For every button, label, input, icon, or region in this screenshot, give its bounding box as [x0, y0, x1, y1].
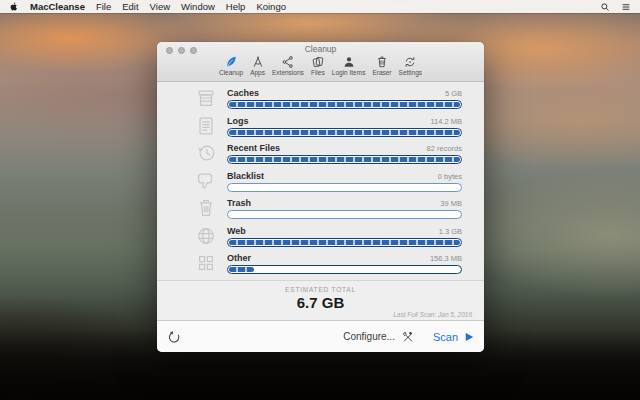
row-value: 0 bytes [438, 172, 462, 181]
row-progress-bar [227, 265, 462, 274]
app-menu-title[interactable]: MacCleanse [30, 1, 85, 12]
cleanup-row-other[interactable]: Other156.3 MB [157, 251, 484, 279]
window-toolbar: Cleanup CleanupAppsExtensionsFilesLogin … [157, 42, 484, 82]
row-progress-bar [227, 183, 462, 192]
row-value: 156.3 MB [430, 254, 462, 263]
thumbs-down-icon [195, 170, 217, 192]
row-value: 82 records [427, 144, 462, 153]
cleanup-row-trash[interactable]: Trash39 MB [157, 196, 484, 224]
window-footer: Configure... Scan [157, 320, 484, 352]
toolbar-item-cleanup[interactable]: Cleanup [219, 55, 243, 76]
estimated-total-value: 6.7 GB [157, 294, 484, 311]
toolbar-item-apps[interactable]: Apps [250, 55, 265, 76]
cleanup-category-list: Caches5 GBLogs114.2 MBRecent Files82 rec… [157, 86, 484, 279]
menu-item-view[interactable]: View [150, 1, 170, 12]
menu-list-icon[interactable] [621, 2, 631, 12]
estimated-total-label: ESTIMATED TOTAL [157, 281, 484, 293]
row-header: Logs114.2 MB [227, 114, 462, 126]
history-clock-icon [195, 142, 217, 164]
menu-items: FileEditViewWindowHelpKoingo [96, 1, 286, 12]
menu-bar-right [600, 2, 631, 12]
zoom-button[interactable] [190, 47, 197, 54]
row-progress-bar [227, 155, 462, 164]
toolbar-item-label: Cleanup [219, 69, 243, 76]
cleanup-row-logs[interactable]: Logs114.2 MB [157, 114, 484, 142]
row-label: Web [227, 226, 246, 236]
menu-item-edit[interactable]: Edit [122, 1, 138, 12]
row-header: Caches5 GB [227, 86, 462, 98]
row-header: Recent Files82 records [227, 141, 462, 153]
cleanup-row-recent-files[interactable]: Recent Files82 records [157, 141, 484, 169]
row-label: Trash [227, 198, 251, 208]
trash-can-icon [195, 197, 217, 219]
toolbar-item-label: Files [311, 69, 325, 76]
apple-menu-icon[interactable] [9, 1, 19, 12]
window-title: Cleanup [157, 42, 484, 54]
row-progress-bar [227, 238, 462, 247]
globe-icon [195, 225, 217, 247]
feather-brush-icon [224, 55, 238, 69]
configure-button[interactable]: Configure... [343, 331, 395, 342]
search-icon[interactable] [600, 2, 610, 12]
user-icon [342, 55, 356, 69]
menu-item-window[interactable]: Window [181, 1, 215, 12]
menu-item-file[interactable]: File [96, 1, 111, 12]
row-progress-bar [227, 210, 462, 219]
row-value: 39 MB [440, 199, 462, 208]
toolbar-item-eraser[interactable]: Eraser [372, 55, 391, 76]
refresh-icon[interactable] [167, 330, 181, 344]
toolbar-item-settings[interactable]: Settings [399, 55, 423, 76]
row-header: Blacklist0 bytes [227, 169, 462, 181]
tools-icon[interactable] [401, 330, 415, 344]
row-progress-bar [227, 100, 462, 109]
row-progress-fill [229, 130, 460, 135]
cache-box-icon [195, 87, 217, 109]
grid-squares-icon [195, 252, 217, 274]
toolbar-item-label: Apps [250, 69, 265, 76]
row-header: Trash39 MB [227, 196, 462, 208]
row-label: Logs [227, 116, 249, 126]
menu-bar: MacCleanse FileEditViewWindowHelpKoingo [0, 0, 640, 13]
row-progress-bar [227, 128, 462, 137]
compass-icon [251, 55, 265, 69]
maccleanse-window: Cleanup CleanupAppsExtensionsFilesLogin … [157, 42, 484, 352]
row-progress-fill [229, 267, 254, 272]
row-progress-fill [229, 157, 460, 162]
menu-item-koingo[interactable]: Koingo [256, 1, 286, 12]
trash-icon [375, 55, 389, 69]
log-document-icon [195, 115, 217, 137]
share-nodes-icon [281, 55, 295, 69]
scan-button[interactable]: Scan [433, 331, 474, 343]
play-icon [465, 332, 474, 342]
traffic-lights [166, 47, 197, 54]
minimize-button[interactable] [178, 47, 185, 54]
cleanup-row-blacklist[interactable]: Blacklist0 bytes [157, 169, 484, 197]
toolbar-item-files[interactable]: Files [311, 55, 325, 76]
scan-button-label: Scan [433, 331, 458, 343]
row-label: Other [227, 253, 251, 263]
documents-icon [311, 55, 325, 69]
row-value: 1.3 GB [439, 227, 462, 236]
toolbar-items: CleanupAppsExtensionsFilesLogin ItemsEra… [157, 55, 484, 76]
last-scan-text: Last Full Scan: Jan 5, 2016 [393, 311, 472, 318]
row-progress-fill [229, 102, 460, 107]
close-button[interactable] [166, 47, 173, 54]
toolbar-item-label: Extensions [272, 69, 304, 76]
estimated-total-section: ESTIMATED TOTAL 6.7 GB Last Full Scan: J… [157, 280, 484, 320]
cleanup-row-web[interactable]: Web1.3 GB [157, 224, 484, 252]
row-value: 5 GB [445, 89, 462, 98]
toolbar-item-extensions[interactable]: Extensions [272, 55, 304, 76]
row-progress-fill [229, 240, 460, 245]
row-value: 114.2 MB [430, 117, 462, 126]
row-header: Other156.3 MB [227, 251, 462, 263]
toolbar-item-login-items[interactable]: Login Items [332, 55, 366, 76]
toolbar-item-label: Eraser [372, 69, 391, 76]
cleanup-row-caches[interactable]: Caches5 GB [157, 86, 484, 114]
footer-right: Configure... Scan [343, 330, 474, 344]
toolbar-item-label: Login Items [332, 69, 366, 76]
toolbar-item-label: Settings [399, 69, 423, 76]
row-header: Web1.3 GB [227, 224, 462, 236]
row-label: Caches [227, 88, 259, 98]
row-label: Blacklist [227, 171, 264, 181]
menu-item-help[interactable]: Help [226, 1, 246, 12]
